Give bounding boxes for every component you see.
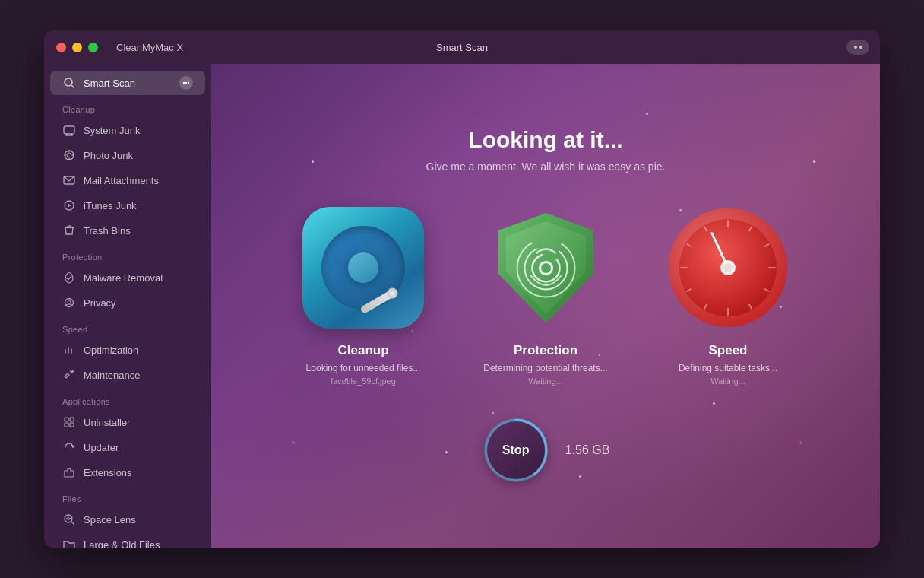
- protection-title: Protection: [514, 343, 578, 358]
- speed-title: Speed: [708, 343, 747, 358]
- svg-point-3: [185, 82, 187, 84]
- cleanup-substatus: facetile_59cf.jpeg: [331, 376, 396, 386]
- svg-line-31: [71, 522, 74, 524]
- svg-rect-28: [65, 423, 68, 427]
- sidebar-label-mail-attachments: Mail Attachments: [84, 175, 159, 186]
- sidebar-label-extensions: Extensions: [84, 467, 132, 478]
- dot-icon: [859, 46, 862, 49]
- sidebar-item-malware-removal[interactable]: Malware Removal: [50, 265, 205, 290]
- section-applications: Applications: [44, 388, 211, 409]
- section-speed: Speed: [44, 316, 211, 337]
- space-lens-icon: [62, 513, 76, 526]
- app-window: CleanMyMac X Smart Scan Smart Scan: [44, 30, 880, 548]
- svg-point-4: [188, 82, 189, 84]
- protection-substatus: Waiting...: [528, 376, 562, 386]
- main-title: Looking at it...: [468, 127, 622, 153]
- sidebar-label-updater: Updater: [84, 442, 119, 453]
- uninstaller-icon: [62, 415, 76, 429]
- sidebar-label-trash-bins: Trash Bins: [84, 225, 131, 237]
- section-protection: Protection: [44, 243, 211, 265]
- sidebar-label-maintenance: Maintenance: [84, 370, 140, 381]
- svg-point-56: [723, 263, 733, 272]
- more-options-button[interactable]: [846, 40, 869, 55]
- speed-substatus: Waiting...: [710, 376, 745, 386]
- traffic-lights: [56, 43, 98, 52]
- sidebar-item-photo-junk[interactable]: Photo Junk: [50, 143, 205, 167]
- close-button[interactable]: [56, 43, 66, 52]
- cleanup-status: Looking for unneeded files...: [306, 363, 421, 373]
- svg-point-2: [183, 82, 185, 84]
- progress-ring: [482, 416, 550, 484]
- sidebar-label-optimization: Optimization: [84, 345, 138, 356]
- cleanup-card: Cleanup Looking for unneeded files... fa…: [287, 203, 439, 386]
- speed-status: Defining suitable tasks...: [679, 363, 777, 373]
- updater-icon: [62, 440, 76, 454]
- sidebar-item-optimization[interactable]: Optimization: [50, 338, 205, 362]
- sidebar-label-smart-scan: Smart Scan: [84, 78, 135, 89]
- maintenance-icon: [62, 368, 76, 382]
- main-subtitle: Give me a moment. We all wish it was eas…: [426, 160, 666, 173]
- svg-rect-27: [70, 418, 74, 421]
- sidebar-label-uninstaller: Uninstaller: [84, 417, 130, 428]
- svg-point-10: [67, 153, 71, 157]
- system-junk-icon: [62, 123, 76, 137]
- sidebar-item-uninstaller[interactable]: Uninstaller: [50, 410, 205, 434]
- speed-icon: [663, 203, 793, 332]
- maximize-button[interactable]: [88, 43, 98, 52]
- svg-point-22: [68, 300, 71, 303]
- sidebar-item-updater[interactable]: Updater: [50, 435, 205, 459]
- dot-icon: [854, 46, 857, 49]
- size-label: 1.56 GB: [565, 443, 610, 457]
- extensions-icon: [62, 465, 76, 479]
- protection-icon: [481, 203, 610, 332]
- sidebar-item-extensions[interactable]: Extensions: [50, 460, 205, 484]
- privacy-icon: [62, 296, 76, 310]
- smart-scan-badge: [179, 76, 193, 90]
- sidebar-item-mail-attachments[interactable]: Mail Attachments: [50, 168, 205, 192]
- scan-cards: Cleanup Looking for unneeded files... fa…: [287, 203, 804, 386]
- itunes-icon: [62, 198, 76, 212]
- sidebar: Smart Scan Cleanup System: [44, 64, 211, 548]
- svg-rect-26: [65, 418, 68, 421]
- protection-card: Protection Determining potential threats…: [470, 203, 622, 386]
- minimize-button[interactable]: [72, 43, 82, 52]
- sidebar-label-photo-junk: Photo Junk: [84, 150, 133, 161]
- svg-line-1: [71, 85, 74, 87]
- sidebar-item-smart-scan[interactable]: Smart Scan: [50, 71, 205, 95]
- cleanup-title: Cleanup: [337, 343, 388, 358]
- header-title: Smart Scan: [436, 42, 488, 53]
- sidebar-item-privacy[interactable]: Privacy: [50, 291, 205, 315]
- sidebar-item-system-junk[interactable]: System Junk: [50, 118, 205, 142]
- sidebar-label-system-junk: System Junk: [84, 125, 140, 136]
- sidebar-item-maintenance[interactable]: Maintenance: [50, 363, 205, 387]
- sidebar-label-space-lens: Space Lens: [84, 514, 136, 526]
- sidebar-label-malware-removal: Malware Removal: [84, 272, 163, 284]
- cleanup-icon: [299, 203, 428, 332]
- app-name: CleanMyMac X: [116, 42, 183, 53]
- svg-rect-29: [70, 423, 74, 427]
- speed-card: Speed Defining suitable tasks... Waiting…: [652, 203, 804, 386]
- main-panel: Looking at it... Give me a moment. We al…: [211, 64, 880, 548]
- sidebar-item-space-lens[interactable]: Space Lens: [50, 507, 205, 532]
- sidebar-label-privacy: Privacy: [84, 297, 116, 309]
- content-area: Smart Scan Cleanup System: [44, 64, 880, 548]
- smart-scan-icon: [62, 76, 76, 90]
- bottom-bar: Stop 1.56 GB: [482, 416, 610, 484]
- sidebar-item-itunes-junk[interactable]: iTunes Junk: [50, 193, 205, 218]
- section-files: Files: [44, 485, 211, 507]
- shield-icon: [485, 207, 606, 329]
- sidebar-item-large-old-files[interactable]: Large & Old Files: [50, 532, 205, 548]
- folder-icon: [62, 538, 76, 548]
- section-cleanup: Cleanup: [44, 96, 211, 117]
- protection-status: Determining potential threats...: [483, 363, 607, 373]
- optimization-icon: [62, 343, 76, 357]
- sidebar-item-trash-bins[interactable]: Trash Bins: [50, 218, 205, 243]
- sidebar-label-large-old-files: Large & Old Files: [84, 539, 160, 548]
- svg-rect-5: [64, 126, 74, 134]
- malware-icon: [62, 271, 76, 284]
- titlebar: CleanMyMac X Smart Scan: [44, 30, 880, 64]
- sidebar-label-itunes-junk: iTunes Junk: [84, 200, 137, 211]
- mail-icon: [62, 173, 76, 187]
- disk-icon: [302, 207, 424, 329]
- photo-junk-icon: [62, 148, 76, 162]
